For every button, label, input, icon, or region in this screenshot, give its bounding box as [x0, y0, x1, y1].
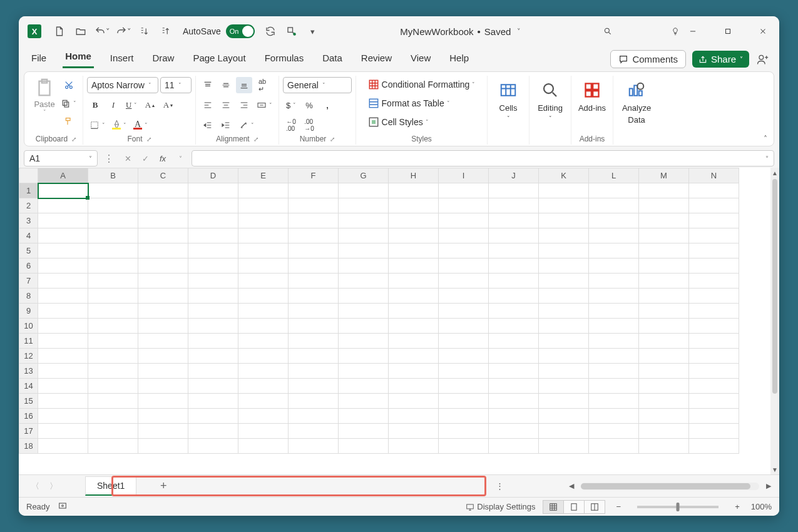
accessibility-icon[interactable] [58, 501, 68, 513]
tab-home[interactable]: Home [63, 47, 94, 68]
cell[interactable] [639, 364, 689, 379]
cell[interactable] [88, 364, 138, 379]
cell[interactable] [138, 319, 188, 334]
row-header[interactable]: 5 [19, 243, 38, 258]
cell[interactable] [38, 213, 88, 228]
zoom-in-button[interactable]: + [731, 502, 744, 511]
align-bottom-icon[interactable] [236, 77, 252, 93]
cell[interactable] [539, 304, 589, 319]
cell[interactable] [339, 334, 389, 349]
cell[interactable] [689, 349, 739, 364]
cell[interactable] [339, 394, 389, 409]
cell[interactable] [88, 334, 138, 349]
cell[interactable] [138, 349, 188, 364]
cell[interactable] [539, 394, 589, 409]
cell[interactable] [639, 198, 689, 213]
col-header[interactable]: E [238, 168, 289, 183]
cell[interactable] [389, 198, 439, 213]
paste-button[interactable]: Paste [34, 100, 54, 109]
cell[interactable] [138, 274, 188, 289]
cell[interactable] [188, 304, 238, 319]
cell[interactable] [439, 439, 489, 454]
cell[interactable] [389, 439, 439, 454]
dialog-launcher-icon[interactable]: ⤢ [71, 136, 76, 143]
cell[interactable] [489, 394, 539, 409]
cell[interactable] [539, 243, 589, 258]
cell[interactable] [539, 424, 589, 439]
cell[interactable] [539, 319, 589, 334]
cell[interactable] [589, 274, 639, 289]
cell[interactable] [238, 274, 289, 289]
cell[interactable] [38, 394, 88, 409]
chevron-down-icon[interactable]: ˅ [765, 155, 769, 162]
cell[interactable] [88, 258, 138, 274]
cell[interactable] [88, 379, 138, 394]
row-header[interactable]: 9 [19, 304, 38, 319]
format-painter-icon[interactable] [58, 113, 79, 130]
cells-grid[interactable]: ABCDEFGHIJKLMN12345678910111213141516171… [19, 168, 739, 454]
tab-view[interactable]: View [408, 49, 433, 68]
cell[interactable] [689, 409, 739, 424]
row-header[interactable]: 2 [19, 198, 38, 213]
cell[interactable] [689, 289, 739, 304]
cell[interactable] [689, 274, 739, 289]
cell[interactable] [138, 289, 188, 304]
cell[interactable] [238, 228, 289, 243]
cell[interactable] [539, 364, 589, 379]
bold-button[interactable]: B [87, 97, 103, 113]
cell[interactable] [339, 424, 389, 439]
cell[interactable] [389, 424, 439, 439]
cell[interactable] [188, 424, 238, 439]
cell[interactable] [289, 243, 339, 258]
zoom-level[interactable]: 100% [751, 502, 772, 511]
cell[interactable] [188, 243, 238, 258]
cell[interactable] [389, 349, 439, 364]
page-layout-view-icon[interactable] [563, 500, 585, 514]
cell[interactable] [489, 198, 539, 213]
scroll-left-icon[interactable]: ◀ [566, 482, 577, 490]
cell[interactable] [689, 424, 739, 439]
cell[interactable] [689, 379, 739, 394]
cell[interactable] [238, 439, 289, 454]
cell[interactable] [389, 334, 439, 349]
cell[interactable] [589, 183, 639, 198]
align-right-icon[interactable] [236, 97, 252, 113]
increase-decimal-icon[interactable]: ←0.00 [283, 117, 299, 133]
merge-center-button[interactable]: ˅ [254, 97, 275, 113]
cell[interactable] [389, 228, 439, 243]
cell[interactable] [289, 304, 339, 319]
analyze-data-button[interactable]: Analyze Data [617, 77, 656, 127]
sheet-overflow-icon[interactable]: ⋮ [496, 481, 504, 491]
fill-color-button[interactable]: ⟠˅ [110, 117, 129, 133]
cell[interactable] [38, 198, 88, 213]
font-name-combo[interactable]: Aptos Narrow˅ [87, 77, 158, 93]
cell[interactable] [639, 394, 689, 409]
cell[interactable] [439, 304, 489, 319]
row-header[interactable]: 12 [19, 349, 38, 364]
cell[interactable] [589, 394, 639, 409]
name-box[interactable]: A1˅ [24, 150, 98, 166]
cell[interactable] [589, 319, 639, 334]
cell[interactable] [289, 183, 339, 198]
cell[interactable] [188, 349, 238, 364]
workbook-title[interactable]: MyNewWorkbook • Saved ˅ [322, 26, 599, 37]
cell[interactable] [339, 198, 389, 213]
cell[interactable] [639, 439, 689, 454]
cell[interactable] [589, 424, 639, 439]
cell[interactable] [439, 364, 489, 379]
sheet-tab-active[interactable]: Sheet1 [85, 476, 136, 496]
cell[interactable] [639, 243, 689, 258]
cell[interactable] [689, 213, 739, 228]
zoom-slider[interactable] [637, 506, 719, 508]
copy-icon[interactable]: ˅ [58, 95, 79, 111]
cell[interactable] [489, 274, 539, 289]
row-header[interactable]: 10 [19, 319, 38, 334]
cell[interactable] [38, 258, 88, 274]
cell[interactable] [639, 424, 689, 439]
cell[interactable] [38, 319, 88, 334]
row-header[interactable]: 17 [19, 424, 38, 439]
cell[interactable] [439, 183, 489, 198]
cell[interactable] [188, 439, 238, 454]
cell[interactable] [88, 319, 138, 334]
orientation-button[interactable]: ˅ [236, 117, 257, 133]
